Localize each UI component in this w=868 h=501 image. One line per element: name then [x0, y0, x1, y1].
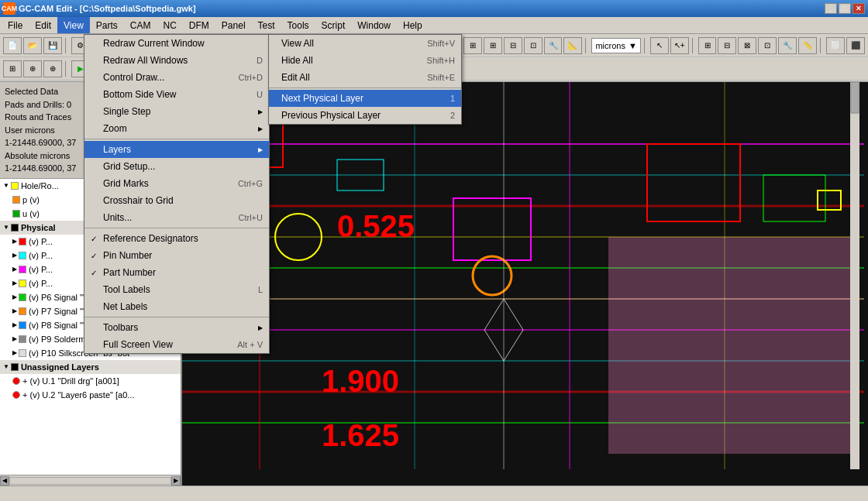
grid-btn-2[interactable]: ⊟ — [718, 37, 736, 54]
menu-script[interactable]: Script — [315, 17, 352, 33]
menu-grid-marks[interactable]: Grid Marks Ctrl+G — [84, 175, 269, 192]
menu-cam[interactable]: CAM — [124, 17, 157, 33]
menu-layers[interactable]: Layers — [84, 141, 269, 158]
layer-color-p8 — [19, 321, 26, 329]
full-screen-shortcut: Alt + V — [237, 340, 263, 349]
tb-btn-23[interactable]: 🔧 — [544, 37, 563, 54]
tb-btn-24[interactable]: 📐 — [563, 37, 582, 54]
ref-designators-label: Reference Designators — [103, 233, 198, 244]
layer-label-u1: + (v) U.1 "Drill drg" [a001] — [22, 376, 119, 386]
submenu-sep — [269, 88, 461, 88]
minimize-button[interactable]: _ — [825, 3, 837, 14]
menu-control-draw[interactable]: Control Draw... Ctrl+D — [84, 69, 269, 86]
menu-part-number[interactable]: ✓ Part Number — [84, 264, 269, 281]
menu-toolbars[interactable]: Toolbars — [84, 319, 269, 336]
select2-btn[interactable]: ⬛ — [846, 37, 865, 54]
title-bar-left: CAM GC-CAM Edit - [C:\Softpedia\Softpedi… — [3, 2, 196, 15]
menu-tools[interactable]: Tools — [281, 17, 315, 33]
submenu-edit-all[interactable]: Edit All Shift+E — [269, 69, 461, 86]
menu-nc[interactable]: NC — [157, 17, 183, 33]
grid-btn-1[interactable]: ⊞ — [698, 37, 717, 54]
menu-dfm[interactable]: DFM — [183, 17, 215, 33]
tb-btn-19[interactable]: ⊞ — [463, 37, 482, 54]
menu-tool-labels[interactable]: Tool Labels L — [84, 281, 269, 298]
close-button[interactable]: ✕ — [852, 3, 865, 14]
layer-item-u1[interactable]: + (v) U.1 "Drill drg" [a001] — [0, 374, 181, 388]
submenu-prev-physical[interactable]: Previous Physical Layer 2 — [269, 107, 461, 124]
next-physical-label: Next Physical Layer — [281, 93, 363, 104]
cursor2-btn[interactable]: ↖+ — [670, 37, 689, 54]
tb-btn-21[interactable]: ⊟ — [504, 37, 522, 54]
layer-item-u2[interactable]: + (v) U.2 "Layer6 paste" [a0... — [0, 388, 181, 402]
toolbar-sep-1 — [65, 38, 68, 53]
grid-btn-3[interactable]: ⊠ — [738, 37, 756, 54]
menu-parts[interactable]: Parts — [90, 17, 124, 33]
grid-btn-4[interactable]: ⊡ — [758, 37, 777, 54]
layer-color-u2 — [12, 391, 20, 399]
menu-full-screen[interactable]: Full Screen View Alt + V — [84, 336, 269, 353]
tb2-btn-3[interactable]: ⊕ — [43, 60, 62, 77]
expand-p2-icon: ▶ — [12, 252, 17, 259]
maximize-button[interactable]: □ — [839, 3, 851, 14]
menu-redraw-current[interactable]: Redraw Current Window — [84, 35, 269, 52]
bottom-side-shortcut: U — [257, 90, 263, 99]
redraw-current-label: Redraw Current Window — [103, 38, 205, 49]
grid-btn-6[interactable]: 📏 — [798, 37, 817, 54]
menu-window[interactable]: Window — [351, 17, 397, 33]
full-screen-label: Full Screen View — [103, 339, 173, 350]
tb2-btn-2[interactable]: ⊕ — [23, 60, 42, 77]
layer-label-physical: Physical — [21, 223, 56, 232]
menu-pin-number[interactable]: ✓ Pin Number — [84, 247, 269, 264]
layer-label-p: p (v) — [22, 195, 40, 204]
tb-btn-20[interactable]: ⊞ — [484, 37, 502, 54]
menu-bottom-side[interactable]: Bottom Side View U — [84, 86, 269, 103]
menu-crosshair[interactable]: Crosshair to Grid — [84, 192, 269, 209]
menu-ref-designators[interactable]: ✓ Reference Designators — [84, 230, 269, 247]
tb2-btn-1[interactable]: ⊞ — [3, 60, 22, 77]
menu-help[interactable]: Help — [397, 17, 429, 33]
scroll-right[interactable]: ▶ — [171, 476, 181, 486]
units-dropdown[interactable]: microns ▼ — [591, 38, 640, 53]
menu-single-step[interactable]: Single Step — [84, 103, 269, 120]
new-button[interactable]: 📄 — [3, 37, 22, 54]
menu-edit[interactable]: Edit — [29, 17, 57, 33]
cursor-btn[interactable]: ↖ — [650, 37, 669, 54]
menu-grid-setup[interactable]: Grid Setup... — [84, 158, 269, 175]
menu-redraw-all[interactable]: Redraw All Windows D — [84, 52, 269, 69]
menu-file[interactable]: File — [2, 17, 29, 33]
menu-zoom[interactable]: Zoom — [84, 120, 269, 137]
select-btn[interactable]: ⬜ — [826, 37, 845, 54]
view-menu: Redraw Current Window Redraw All Windows… — [84, 34, 270, 354]
layer-color-p2 — [19, 252, 26, 259]
pcb-canvas: 0.525 1.900 1.625 — [182, 82, 868, 486]
menu-view[interactable]: View — [57, 17, 90, 33]
layers-submenu: View All Shift+V Hide All Shift+H Edit A… — [268, 34, 462, 125]
submenu-next-physical[interactable]: Next Physical Layer 1 — [269, 90, 461, 107]
toolbar2-sep-1 — [65, 61, 68, 77]
toolbars-label: Toolbars — [103, 322, 138, 333]
menu-units[interactable]: Units... Ctrl+U — [84, 209, 269, 226]
tb-btn-22[interactable]: ⊡ — [524, 37, 542, 54]
scroll-left[interactable]: ◀ — [0, 476, 9, 486]
save-button[interactable]: 💾 — [43, 37, 62, 54]
layer-section-unassigned[interactable]: ▼ Unassigned Layers — [0, 360, 181, 374]
zoom-label: Zoom — [103, 123, 127, 134]
grid-btn-5[interactable]: 🔧 — [778, 37, 797, 54]
menu-test[interactable]: Test — [252, 17, 281, 33]
svg-rect-32 — [851, 82, 859, 113]
menu-net-labels[interactable]: Net Labels — [84, 298, 269, 315]
layer-color-p — [12, 196, 20, 204]
menu-panel[interactable]: Panel — [215, 17, 252, 33]
expand-p8-icon: ▶ — [12, 321, 17, 328]
open-button[interactable]: 📂 — [23, 37, 42, 54]
view-sep-2 — [84, 228, 269, 228]
menu-bar: File Edit View Parts CAM NC DFM Panel Te… — [0, 17, 868, 34]
submenu-hide-all[interactable]: Hide All Shift+H — [269, 52, 461, 69]
layer-color-p4 — [19, 280, 26, 287]
pin-number-label: Pin Number — [103, 250, 152, 261]
layer-color-physical — [11, 224, 19, 232]
submenu-view-all[interactable]: View All Shift+V — [269, 35, 461, 52]
h-scrollbar[interactable]: ◀ ▶ — [0, 475, 181, 486]
units-shortcut: Ctrl+U — [239, 213, 263, 222]
scroll-track-h[interactable] — [9, 477, 171, 485]
